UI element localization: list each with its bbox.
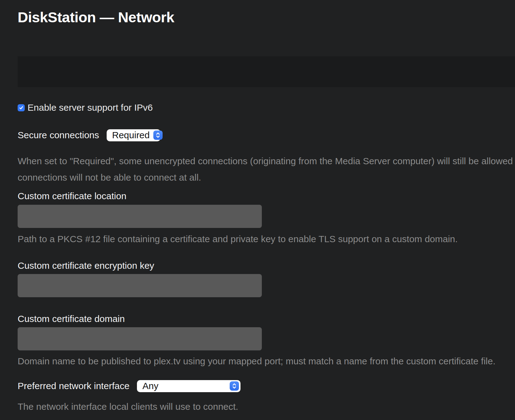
chevron-updown-icon: [230, 381, 239, 391]
ipv6-checkbox-label: Enable server support for IPv6: [28, 102, 153, 113]
cert-key-input[interactable]: [18, 274, 262, 297]
network-interface-select[interactable]: Any: [137, 380, 240, 392]
help-line-2: connections will not be able to connect …: [18, 169, 515, 186]
empty-panel: [18, 56, 515, 87]
secure-connections-row: Secure connections Required: [18, 129, 515, 141]
network-interface-help: The network interface local clients will…: [18, 401, 515, 412]
secure-connections-value: Required: [112, 130, 154, 140]
page-title: DiskStation — Network: [18, 9, 515, 25]
ipv6-checkbox[interactable]: [18, 104, 25, 111]
help-line-1: When set to "Required", some unencrypted…: [18, 153, 515, 169]
checkmark-icon: [19, 105, 23, 110]
secure-connections-select[interactable]: Required: [107, 129, 160, 141]
cert-domain-label: Custom certificate domain: [18, 313, 515, 324]
secure-connections-label: Secure connections: [18, 129, 99, 141]
cert-domain-input[interactable]: [18, 327, 262, 350]
network-interface-value: Any: [143, 381, 162, 391]
chevron-updown-icon: [153, 131, 163, 140]
cert-key-label: Custom certificate encryption key: [18, 260, 515, 271]
cert-location-input[interactable]: [18, 205, 262, 228]
network-interface-row: Preferred network interface Any: [18, 380, 515, 392]
network-settings-page: DiskStation — Network Enable server supp…: [0, 0, 515, 420]
ipv6-checkbox-row[interactable]: Enable server support for IPv6: [18, 102, 515, 113]
cert-location-help: Path to a PKCS #12 file containing a cer…: [18, 234, 515, 244]
cert-domain-help: Domain name to be published to plex.tv u…: [18, 356, 515, 366]
cert-location-label: Custom certificate location: [18, 191, 515, 202]
network-interface-label: Preferred network interface: [18, 380, 130, 392]
secure-connections-help: When set to "Required", some unencrypted…: [18, 153, 515, 186]
